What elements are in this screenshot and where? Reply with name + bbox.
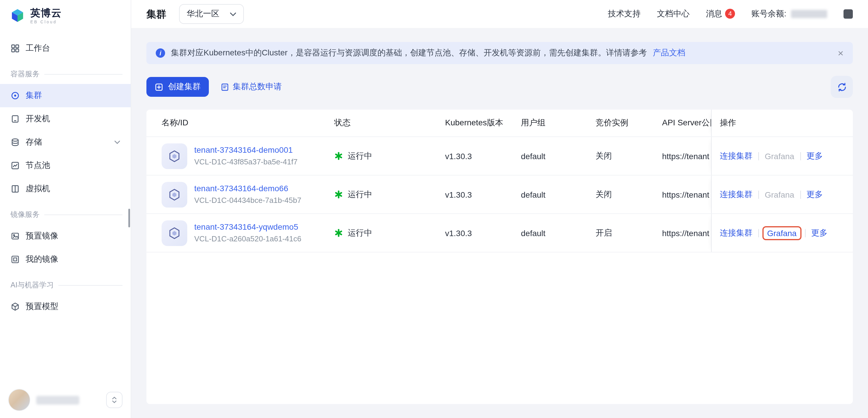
status-running-icon — [334, 228, 343, 237]
grid-icon — [10, 44, 20, 53]
user-avatar[interactable] — [8, 389, 30, 411]
topbar: 集群 华北一区 技术支持 文档中心 消息 4 账号余额: — [131, 0, 868, 28]
create-cluster-label: 创建集群 — [168, 82, 201, 92]
section-label: 容器服务 — [10, 69, 40, 79]
spot-instance: 开启 — [596, 228, 662, 238]
sidebar-user-area — [0, 382, 131, 418]
sidebar-item-preset-models[interactable]: 预置模型 — [0, 295, 131, 318]
col-header-name: 名称/ID — [162, 118, 334, 128]
cluster-name-link[interactable]: tenant-37343164-demo66 — [194, 184, 301, 194]
user-group: default — [521, 151, 596, 161]
docs-link[interactable]: 文档中心 — [657, 9, 689, 19]
status-text: 运行中 — [348, 228, 372, 238]
sidebar-item-label: 预置镜像 — [26, 231, 58, 242]
product-docs-link[interactable]: 产品文档 — [653, 48, 685, 58]
sidebar-item-label: 预置模型 — [26, 301, 58, 312]
grafana-link[interactable]: Grafana — [767, 228, 797, 237]
sidebar-item-vm[interactable]: 虚拟机 — [0, 177, 131, 200]
connect-cluster-link[interactable]: 连接集群 — [720, 151, 752, 161]
brand-subtitle: EB Cloud — [30, 20, 62, 24]
plus-square-icon — [155, 83, 163, 91]
k8s-version: v1.30.3 — [445, 151, 521, 161]
collapse-chevrons-icon — [112, 396, 117, 404]
chevron-down-icon — [230, 12, 236, 16]
cluster-quota-button[interactable]: 集群总数申请 — [220, 82, 282, 92]
sidebar-section-container: 容器服务 — [0, 60, 131, 84]
sidebar-item-storage[interactable]: 存储 — [0, 131, 131, 154]
messages-link[interactable]: 消息 4 — [706, 9, 735, 19]
col-header-ops: 操作 — [711, 109, 853, 136]
notebook-icon — [10, 114, 20, 124]
refresh-icon — [837, 82, 847, 92]
sidebar-item-label: 工作台 — [26, 43, 50, 54]
table-row: tenant-37343164-demo66 VCL-D1C-04434bce-… — [147, 175, 853, 214]
region-select[interactable]: 华北一区 — [179, 4, 244, 24]
more-link[interactable]: 更多 — [806, 189, 823, 200]
section-label: AI与机器学习 — [10, 281, 54, 290]
region-value: 华北一区 — [187, 9, 219, 19]
chart-box-icon — [10, 161, 20, 170]
messages-label: 消息 — [706, 9, 722, 19]
sidebar-item-label: 存储 — [26, 137, 42, 148]
col-header-status: 状态 — [334, 118, 445, 128]
account-balance: 账号余额: — [751, 9, 827, 19]
brand-logo-icon — [9, 8, 26, 24]
close-icon[interactable]: × — [838, 48, 843, 58]
connect-cluster-link[interactable]: 连接集群 — [720, 228, 752, 238]
sidebar-collapse-button[interactable] — [106, 392, 123, 408]
cluster-icon — [162, 143, 187, 169]
k8s-version: v1.30.3 — [445, 190, 521, 199]
col-header-group: 用户组 — [521, 118, 596, 128]
image-icon — [10, 231, 20, 241]
sidebar-item-my-images[interactable]: 我的镜像 — [0, 248, 131, 271]
user-group: default — [521, 190, 596, 199]
more-link[interactable]: 更多 — [806, 151, 823, 161]
spot-instance: 关闭 — [596, 189, 662, 200]
cluster-name-link[interactable]: tenant-37343164-yqwdemo5 — [194, 222, 301, 232]
cluster-icon — [162, 220, 187, 246]
api-server-url: https://tenant — [662, 190, 711, 199]
row-actions: 连接集群 Grafana 更多 — [711, 175, 853, 213]
brand-name: 英博云 — [30, 8, 62, 18]
sidebar-item-clusters[interactable]: 集群 — [0, 84, 131, 107]
cluster-id: VCL-D1C-a260a520-1a61-41c6 — [194, 234, 301, 244]
cluster-quota-label: 集群总数申请 — [233, 82, 282, 92]
sidebar-item-nodepool[interactable]: 节点池 — [0, 154, 131, 177]
more-link[interactable]: 更多 — [811, 228, 828, 238]
status-running-icon — [334, 190, 343, 199]
grafana-highlight-box: Grafana — [763, 226, 801, 240]
api-server-url: https://tenant — [662, 151, 711, 161]
sidebar-item-devmachine[interactable]: 开发机 — [0, 107, 131, 131]
brand: 英博云 EB Cloud — [0, 0, 131, 30]
divider — [805, 229, 805, 237]
sidebar-item-label: 虚拟机 — [26, 184, 50, 194]
support-link[interactable]: 技术支持 — [608, 9, 641, 19]
cluster-target-icon — [10, 91, 20, 100]
corner-avatar[interactable] — [843, 9, 853, 19]
table-row: tenant-37343164-demo001 VCL-D1C-43f85a37… — [147, 137, 853, 175]
k8s-version: v1.30.3 — [445, 228, 521, 237]
app-root: 英博云 EB Cloud 工作台 容器服务 — [0, 0, 868, 418]
sidebar-item-workbench[interactable]: 工作台 — [0, 37, 131, 60]
section-label: 镜像服务 — [10, 210, 40, 220]
cluster-name-link[interactable]: tenant-37343164-demo001 — [194, 145, 298, 155]
api-server-url: https://tenant — [662, 228, 711, 237]
grafana-link: Grafana — [765, 151, 794, 161]
sidebar-item-preset-images[interactable]: 预置镜像 — [0, 224, 131, 248]
col-header-version: Kubernetes版本 — [445, 118, 521, 128]
quota-doc-icon — [220, 83, 229, 91]
banner-text: 集群对应Kubernetes中的Cluster，是容器运行与资源调度的基础，创建… — [171, 48, 647, 58]
refresh-button[interactable] — [831, 76, 853, 98]
cluster-id: VCL-D1C-04434bce-7a1b-45b7 — [194, 196, 301, 205]
spot-instance: 关闭 — [596, 151, 662, 161]
cluster-table: 名称/ID 状态 Kubernetes版本 用户组 竞价实例 API Serve… — [147, 109, 853, 404]
create-cluster-button[interactable]: 创建集群 — [147, 77, 209, 97]
row-actions: 连接集群 Grafana 更多 — [711, 137, 853, 175]
sidebar-section-ai: AI与机器学习 — [0, 271, 131, 295]
connect-cluster-link[interactable]: 连接集群 — [720, 189, 752, 200]
sidebar: 英博云 EB Cloud 工作台 容器服务 — [0, 0, 131, 418]
info-banner: i 集群对应Kubernetes中的Cluster，是容器运行与资源调度的基础，… — [147, 42, 853, 64]
col-header-spot: 竞价实例 — [596, 118, 662, 128]
sidebar-scrollbar-thumb[interactable] — [128, 209, 130, 227]
divider — [758, 190, 759, 198]
